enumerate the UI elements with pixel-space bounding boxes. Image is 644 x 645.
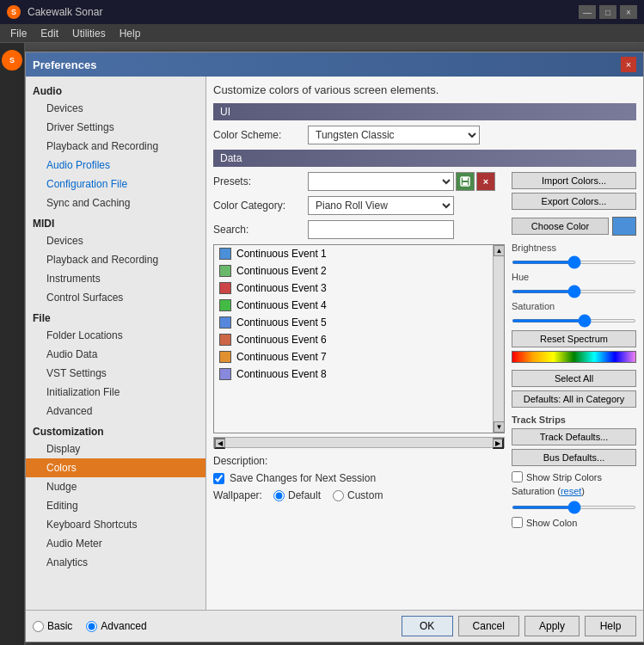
sidebar-item-display[interactable]: Display [26,439,205,458]
apply-button[interactable]: Apply [524,616,580,636]
wallpaper-custom-radio[interactable] [333,490,344,501]
wallpaper-default-option[interactable]: Default [273,489,321,501]
scroll-left-button[interactable]: ◀ [214,438,225,449]
save-changes-checkbox[interactable] [213,473,224,484]
show-strip-colors-label[interactable]: Show Strip Colors [526,472,602,482]
color-list-wrapper: Continuous Event 1 Continuous Event 2 Co… [213,244,505,433]
scroll-track [494,256,504,421]
saturation-slider[interactable] [512,319,636,322]
sidebar-item-midi-devices[interactable]: Devices [26,231,205,250]
show-colon-label[interactable]: Show Colon [526,518,577,528]
sidebar-item-driver-settings[interactable]: Driver Settings [26,118,205,137]
save-changes-label[interactable]: Save Changes for Next Session [230,472,376,484]
sidebar-item-vst-settings[interactable]: VST Settings [26,364,205,383]
bus-defaults-button[interactable]: Bus Defaults... [512,449,636,466]
sidebar-item-advanced[interactable]: Advanced [26,402,205,421]
color-list-item[interactable]: Continuous Event 7 [214,348,493,366]
scroll-up-button[interactable]: ▲ [494,245,505,256]
select-all-button[interactable]: Select All [512,370,636,387]
import-colors-button[interactable]: Import Colors... [512,172,636,189]
color-item-label-4: Continuous Event 4 [236,299,327,311]
close-button[interactable]: × [620,5,637,19]
svg-rect-1 [463,177,468,181]
sidebar-item-audio-playback[interactable]: Playback and Recording [26,137,205,156]
maximize-button[interactable]: □ [599,5,616,19]
menu-utilities[interactable]: Utilities [65,26,113,41]
basic-radio[interactable] [33,621,44,632]
wallpaper-custom-label: Custom [347,489,383,501]
color-item-label-7: Continuous Event 7 [236,351,327,363]
track-strips-label: Track Strips [512,415,636,425]
color-scheme-select[interactable]: Tungsten Classic Classic Dark Light [308,126,480,144]
presets-save-button[interactable] [456,172,475,191]
wallpaper-default-radio[interactable] [273,490,285,501]
sidebar-item-audio-data[interactable]: Audio Data [26,345,205,364]
color-item-label-8: Continuous Event 8 [236,368,327,380]
sidebar-item-audio-devices[interactable]: Devices [26,99,205,118]
color-list-item[interactable]: Continuous Event 1 [214,245,493,262]
sidebar-item-analytics[interactable]: Analytics [26,553,205,572]
sidebar-item-colors[interactable]: Colors [26,458,205,477]
presets-delete-button[interactable]: × [476,172,495,191]
section-customization: Customization [26,421,205,439]
sidebar-item-keyboard-shortcuts[interactable]: Keyboard Shortcuts [26,515,205,534]
sidebar-item-instruments[interactable]: Instruments [26,269,205,288]
sidebar-item-audio-meter[interactable]: Audio Meter [26,534,205,553]
color-swatch-3 [219,282,231,294]
wallpaper-custom-option[interactable]: Custom [333,489,383,501]
sidebar-item-editing[interactable]: Editing [26,496,205,515]
basic-option[interactable]: Basic [33,620,72,632]
color-list-item[interactable]: Continuous Event 8 [214,366,493,383]
menu-file[interactable]: File [3,26,34,41]
color-list-item[interactable]: Continuous Event 2 [214,262,493,280]
cancel-button[interactable]: Cancel [458,616,519,636]
dialog-title-bar: Preferences × [26,52,643,77]
show-colon-checkbox[interactable] [512,517,523,528]
scroll-right-button[interactable]: ▶ [493,438,504,449]
reset-spectrum-button[interactable]: Reset Spectrum [512,330,636,347]
color-list-item[interactable]: Continuous Event 3 [214,280,493,297]
basic-label: Basic [47,620,72,632]
color-category-label: Color Category: [213,200,308,212]
left-panel: Audio Devices Driver Settings Playback a… [26,77,206,610]
search-input[interactable] [308,220,454,239]
ok-button[interactable]: OK [402,616,453,636]
presets-select[interactable] [308,172,454,191]
title-bar: S Cakewalk Sonar — □ × [0,0,644,24]
sidebar-item-midi-playback[interactable]: Playback and Recording [26,250,205,269]
export-colors-button[interactable]: Export Colors... [512,193,636,210]
sidebar-item-init-file[interactable]: Initialization File [26,383,205,402]
data-section-header: Data [213,150,636,167]
sidebar-item-nudge[interactable]: Nudge [26,477,205,496]
hue-section: Hue [512,272,636,296]
color-list-item[interactable]: Continuous Event 6 [214,331,493,348]
choose-color-button[interactable]: Choose Color [512,218,609,235]
saturation-reset-link[interactable]: reset [561,486,581,496]
color-list-item[interactable]: Continuous Event 4 [214,297,493,314]
sidebar-item-audio-profiles[interactable]: Audio Profiles [26,156,205,175]
defaults-all-button[interactable]: Defaults: All in Category [512,390,636,408]
menu-help[interactable]: Help [113,26,148,41]
dialog-overlay: Preferences × Audio Devices Driver Setti… [25,43,644,645]
sidebar-item-folder-locations[interactable]: Folder Locations [26,326,205,345]
dialog-close-button[interactable]: × [621,57,636,72]
hue-slider[interactable] [512,290,636,293]
track-defaults-button[interactable]: Track Defaults... [512,428,636,445]
help-button[interactable]: Help [585,616,636,636]
advanced-radio[interactable] [86,621,97,632]
color-category-select[interactable]: Piano Roll View Track View Console View … [308,196,454,215]
show-strip-colors-checkbox[interactable] [512,471,523,482]
advanced-option[interactable]: Advanced [86,620,146,632]
sidebar-item-sync-caching[interactable]: Sync and Caching [26,194,205,212]
app-body: S Preferences × Audio Devices Driver Set… [0,43,644,645]
menu-edit[interactable]: Edit [34,26,65,41]
sidebar-item-control-surfaces[interactable]: Control Surfaces [26,288,205,307]
color-list-item[interactable]: Continuous Event 5 [214,314,493,331]
brightness-label: Brightness [512,243,636,253]
scroll-down-button[interactable]: ▼ [494,421,505,433]
strip-saturation-slider[interactable] [512,506,636,509]
minimize-button[interactable]: — [579,5,596,19]
sidebar-item-config-file[interactable]: Configuration File [26,175,205,194]
brightness-slider[interactable] [512,261,636,264]
list-scrollbar: ▲ ▼ [493,245,504,433]
